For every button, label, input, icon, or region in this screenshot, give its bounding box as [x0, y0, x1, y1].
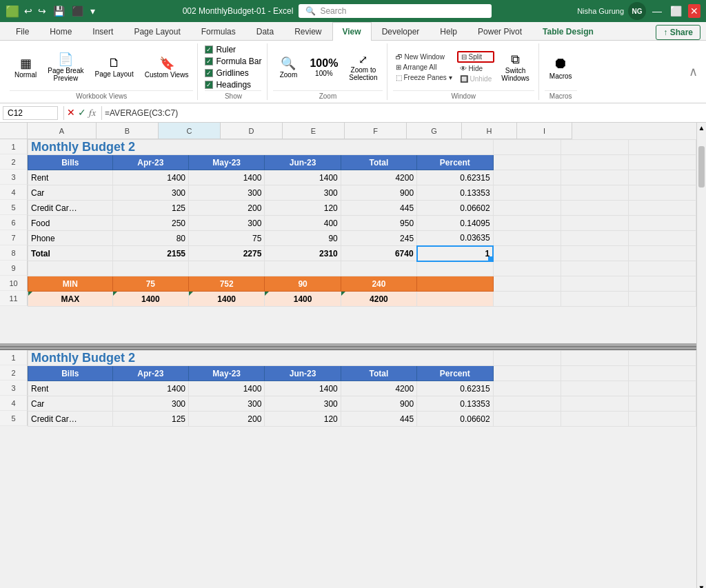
cell-b7[interactable]: 80 [112, 231, 188, 246]
cell-a7[interactable]: Phone [28, 231, 113, 246]
tab-file[interactable]: File [6, 22, 39, 41]
cell-c9[interactable] [189, 261, 265, 276]
cell-b-a2[interactable]: Bills [28, 366, 113, 381]
cell-a5[interactable]: Credit Car… [28, 201, 113, 216]
confirm-formula-icon[interactable]: ✓ [78, 107, 86, 119]
cell-d7[interactable]: 90 [265, 231, 341, 246]
cell-b-e2[interactable]: Total [341, 366, 416, 381]
cell-g6[interactable] [493, 216, 561, 231]
cell-b-h2[interactable] [561, 366, 628, 381]
cell-g4[interactable] [493, 185, 561, 201]
cell-b-d2[interactable]: Jun-23 [265, 366, 341, 381]
new-window-button[interactable]: 🗗 New Window [393, 52, 455, 61]
cell-f10[interactable] [417, 276, 493, 292]
hide-button[interactable]: 👁 Hide [457, 64, 495, 73]
cell-a1[interactable]: Monthly Budget 2 [28, 140, 494, 155]
cell-b-c2[interactable]: May-23 [189, 366, 265, 381]
cell-c6[interactable]: 300 [189, 216, 265, 231]
tab-help[interactable]: Help [430, 22, 467, 41]
split-button[interactable]: ⊟ Split [457, 51, 495, 63]
tab-page-layout[interactable]: Page Layout [123, 22, 190, 41]
cell-e8[interactable]: 6740 [341, 246, 416, 261]
cell-b-i4[interactable] [628, 396, 696, 412]
share-button[interactable]: ↑ Share [656, 25, 700, 40]
cell-h5[interactable] [561, 201, 628, 216]
formula-input[interactable]: =AVERAGE(C3:C7) [105, 108, 703, 118]
cell-g10[interactable] [493, 276, 561, 292]
col-header-e[interactable]: E [283, 123, 345, 139]
custom-views-button[interactable]: 🔖 Custom Views [140, 54, 194, 81]
cell-b-f4[interactable]: 0.13353 [417, 396, 493, 412]
cell-e9[interactable] [341, 261, 416, 276]
col-header-i[interactable]: I [517, 123, 572, 139]
save-icon[interactable]: 💾 [51, 4, 67, 18]
cell-f9[interactable] [417, 261, 493, 276]
cell-e11[interactable]: 4200 [341, 292, 416, 307]
formula-bar-checkbox[interactable]: ✓ [205, 57, 213, 65]
cell-b-i3[interactable] [628, 381, 696, 396]
cell-c7[interactable]: 75 [189, 231, 265, 246]
cell-b-h1[interactable] [561, 351, 628, 366]
vertical-scrollbar[interactable]: ▲ ▼ [696, 123, 706, 588]
cell-b-h5[interactable] [561, 412, 628, 427]
cell-b-b2[interactable]: Apr-23 [112, 366, 188, 381]
cell-d11[interactable]: 1400 [265, 292, 341, 307]
insert-function-icon[interactable]: 𝑓𝑥 [89, 107, 96, 119]
cell-b-f3[interactable]: 0.62315 [417, 381, 493, 396]
cell-h9[interactable] [561, 261, 628, 276]
cell-a8[interactable]: Total [28, 246, 113, 261]
ruler-checkbox[interactable]: ✓ [205, 45, 213, 54]
macros-button[interactable]: ⏺ Macros [545, 52, 577, 82]
switch-windows-button[interactable]: ⧉ SwitchWindows [496, 50, 534, 84]
zoom-100-button[interactable]: 100% 100% [305, 55, 343, 79]
cell-b-c4[interactable]: 300 [189, 396, 265, 412]
cell-h10[interactable] [561, 276, 628, 292]
tab-review[interactable]: Review [284, 22, 332, 41]
col-header-g[interactable]: G [407, 123, 462, 139]
cell-h8[interactable] [561, 246, 628, 261]
tab-insert[interactable]: Insert [82, 22, 123, 41]
cell-b-i1[interactable] [628, 351, 696, 366]
cell-b-a4[interactable]: Car [28, 396, 113, 412]
quick-access-icon[interactable]: ⬛ [70, 4, 85, 18]
cell-c4[interactable]: 300 [189, 185, 265, 201]
cell-b-b4[interactable]: 300 [112, 396, 188, 412]
cell-i1[interactable] [628, 140, 696, 155]
page-break-button[interactable]: 📄 Page BreakPreview [43, 50, 88, 84]
cell-b-g5[interactable] [493, 412, 561, 427]
headings-checkbox[interactable]: ✓ [205, 81, 213, 89]
cell-b9[interactable] [112, 261, 188, 276]
cell-i11[interactable] [628, 292, 696, 307]
minimize-icon[interactable]: — [650, 4, 664, 18]
search-box[interactable]: 🔍 Search [299, 4, 492, 18]
gridlines-checkbox[interactable]: ✓ [205, 69, 213, 77]
page-layout-button[interactable]: 🗋 Page Layout [90, 54, 139, 80]
cell-b-a1[interactable]: Monthly Budget 2 [28, 351, 494, 366]
cell-c10[interactable]: 752 [189, 276, 265, 292]
cell-a9[interactable] [28, 261, 113, 276]
scroll-thumb[interactable] [698, 146, 705, 187]
scroll-down-arrow[interactable]: ▼ [697, 582, 706, 588]
cell-f2[interactable]: Percent [417, 155, 493, 170]
close-icon[interactable]: ✕ [688, 4, 700, 18]
cell-d10[interactable]: 90 [265, 276, 341, 292]
cell-a10[interactable]: MIN [28, 276, 113, 292]
cell-h7[interactable] [561, 231, 628, 246]
cell-b-c5[interactable]: 200 [189, 412, 265, 427]
cell-h3[interactable] [561, 170, 628, 185]
cell-i7[interactable] [628, 231, 696, 246]
cell-a6[interactable]: Food [28, 216, 113, 231]
tab-table-design[interactable]: Table Design [532, 22, 604, 41]
cell-e6[interactable]: 950 [341, 216, 416, 231]
cell-g8[interactable] [493, 246, 561, 261]
cell-b-f5[interactable]: 0.06602 [417, 412, 493, 427]
cell-e2[interactable]: Total [341, 155, 416, 170]
cell-h1[interactable] [561, 140, 628, 155]
redo-icon[interactable]: ↪ [36, 4, 48, 18]
cell-b-g4[interactable] [493, 396, 561, 412]
cell-b-e3[interactable]: 4200 [341, 381, 416, 396]
cell-d9[interactable] [265, 261, 341, 276]
cell-reference-box[interactable] [3, 106, 58, 120]
cell-d5[interactable]: 120 [265, 201, 341, 216]
cell-a3[interactable]: Rent [28, 170, 113, 185]
